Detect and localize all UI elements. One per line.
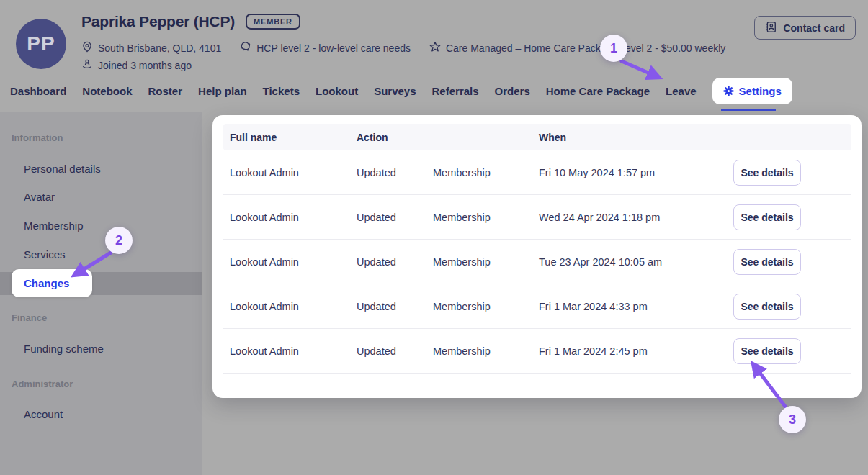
- annotation-arrow-1: [622, 61, 650, 73]
- joined-text: Joined 3 months ago: [98, 60, 192, 71]
- piggy-bank-icon: [240, 41, 251, 55]
- tab-leave[interactable]: Leave: [666, 85, 697, 97]
- package-info: Care Managed – Home Care Package, level …: [429, 41, 725, 55]
- star-icon: [429, 41, 441, 55]
- changes-table: Lookout Admin Updated Membership Fri 10 …: [223, 150, 851, 374]
- tab-settings[interactable]: Settings: [712, 78, 792, 104]
- table-row: Lookout Admin Updated Membership Fri 1 M…: [223, 284, 851, 329]
- cell-when: Fri 1 Mar 2024 2:45 pm: [539, 345, 733, 357]
- cell-action: Updated: [357, 301, 433, 312]
- cell-target: Membership: [433, 301, 539, 312]
- profile-tabs: Dashboard Notebook Roster Help plan Tick…: [10, 76, 792, 105]
- tab-lookout[interactable]: Lookout: [316, 85, 358, 97]
- table-header-row: Full name Action When: [223, 124, 851, 150]
- column-header-action: Action: [357, 132, 433, 143]
- annotation-step-3-number: 3: [789, 412, 796, 428]
- cell-action: Updated: [357, 256, 433, 268]
- cell-full-name: Lookout Admin: [230, 212, 357, 223]
- sidebar-item-membership[interactable]: Membership: [24, 220, 84, 232]
- cell-action: Updated: [357, 167, 433, 178]
- page: PP Paprika Pepper (HCP) MEMBER South Bri…: [0, 0, 868, 475]
- contact-card-label: Contact card: [783, 22, 845, 34]
- changes-panel: Full name Action When Lookout Admin Upda…: [212, 115, 862, 398]
- sidebar-item-personal-details[interactable]: Personal details: [24, 163, 101, 175]
- cell-full-name: Lookout Admin: [230, 345, 357, 357]
- see-details-button[interactable]: See details: [733, 249, 801, 275]
- member-badge: MEMBER: [246, 14, 300, 30]
- sidebar-item-changes-label: Changes: [24, 277, 69, 289]
- see-details-button[interactable]: See details: [733, 338, 801, 364]
- sidebar-item-avatar[interactable]: Avatar: [24, 191, 55, 203]
- location-info: South Brisbane, QLD, 4101: [81, 41, 221, 55]
- tab-help-plan[interactable]: Help plan: [198, 85, 247, 97]
- see-details-button[interactable]: See details: [733, 294, 801, 320]
- cell-target: Membership: [433, 345, 539, 357]
- cell-full-name: Lookout Admin: [230, 301, 357, 312]
- annotation-step-2: 2: [105, 227, 133, 254]
- tab-orders[interactable]: Orders: [495, 85, 530, 97]
- annotation-step-1: 1: [600, 35, 627, 62]
- contact-card-icon: [765, 21, 777, 35]
- avatar: PP: [16, 19, 66, 69]
- cell-full-name: Lookout Admin: [230, 167, 357, 178]
- profile-header: Paprika Pepper (HCP) MEMBER: [81, 13, 300, 30]
- joined-member-icon: [81, 58, 93, 72]
- see-details-button[interactable]: See details: [733, 204, 801, 230]
- tab-settings-label: Settings: [739, 85, 782, 97]
- sidebar-item-changes[interactable]: Changes: [12, 269, 92, 297]
- see-details-button[interactable]: See details: [733, 160, 801, 186]
- page-title: Paprika Pepper (HCP): [81, 13, 235, 30]
- package-text: Care Managed – Home Care Package, level …: [446, 42, 725, 54]
- tab-notebook[interactable]: Notebook: [82, 85, 132, 97]
- sidebar-item-services[interactable]: Services: [24, 248, 66, 261]
- cell-when: Wed 24 Apr 2024 1:18 pm: [539, 212, 733, 223]
- table-row: Lookout Admin Updated Membership Wed 24 …: [223, 195, 851, 240]
- table-row: Lookout Admin Updated Membership Tue 23 …: [223, 240, 851, 284]
- profile-meta-row: South Brisbane, QLD, 4101 HCP level 2 - …: [81, 41, 725, 55]
- care-level-info: HCP level 2 - low-level care needs: [240, 41, 411, 55]
- tab-referrals[interactable]: Referrals: [432, 85, 479, 97]
- joined-info: Joined 3 months ago: [81, 58, 192, 72]
- tab-tickets[interactable]: Tickets: [263, 85, 300, 97]
- table-row: Lookout Admin Updated Membership Fri 10 …: [223, 150, 851, 195]
- cell-action: Updated: [357, 345, 433, 357]
- sidebar-section-finance: Finance: [12, 312, 47, 323]
- tab-surveys[interactable]: Surveys: [374, 85, 416, 97]
- cell-target: Membership: [433, 212, 539, 223]
- annotation-step-1-number: 1: [610, 41, 617, 56]
- tab-roster[interactable]: Roster: [148, 85, 183, 97]
- sidebar-item-funding-scheme[interactable]: Funding scheme: [24, 343, 104, 355]
- table-row: Lookout Admin Updated Membership Fri 1 M…: [223, 329, 851, 374]
- cell-target: Membership: [433, 167, 539, 178]
- sidebar-section-information: Information: [12, 132, 63, 143]
- sidebar-section-administrator: Administrator: [12, 379, 73, 389]
- location-pin-icon: [81, 41, 93, 55]
- column-header-full-name: Full name: [230, 132, 357, 143]
- cell-when: Fri 10 May 2024 1:57 pm: [539, 167, 733, 178]
- gear-icon: [723, 86, 734, 96]
- sidebar-item-account[interactable]: Account: [24, 408, 63, 420]
- tab-dashboard[interactable]: Dashboard: [10, 85, 66, 97]
- annotation-step-2-number: 2: [115, 233, 122, 248]
- location-text: South Brisbane, QLD, 4101: [98, 42, 221, 54]
- cell-action: Updated: [357, 212, 433, 223]
- cell-target: Membership: [433, 256, 539, 268]
- care-level-text: HCP level 2 - low-level care needs: [256, 42, 411, 54]
- cell-full-name: Lookout Admin: [230, 256, 357, 268]
- cell-when: Fri 1 Mar 2024 4:33 pm: [539, 301, 733, 312]
- tab-home-care-package[interactable]: Home Care Package: [546, 85, 650, 97]
- column-header-when: When: [539, 132, 733, 143]
- annotation-step-3: 3: [779, 406, 806, 433]
- contact-card-button[interactable]: Contact card: [754, 16, 856, 40]
- cell-when: Tue 23 Apr 2024 10:05 am: [539, 256, 733, 268]
- joined-row: Joined 3 months ago: [81, 58, 192, 72]
